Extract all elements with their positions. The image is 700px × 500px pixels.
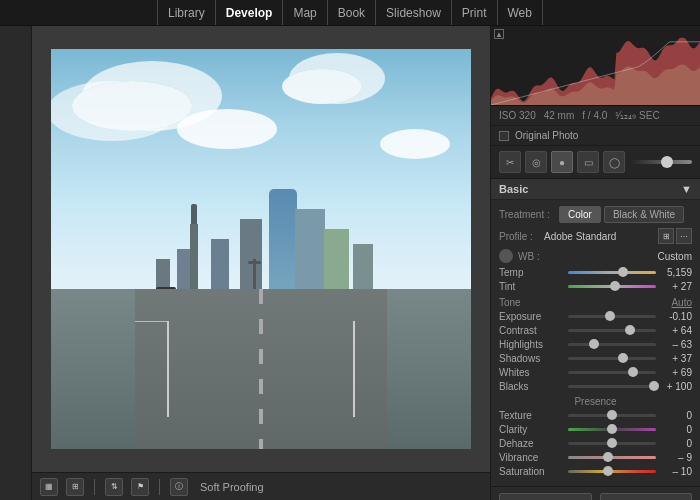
guardrail-left: [135, 321, 169, 417]
temp-label: Temp: [499, 267, 564, 278]
dehaze-slider-thumb[interactable]: [607, 438, 617, 448]
nav-slideshow[interactable]: Slideshow: [376, 0, 452, 25]
shutter-value: ¹⁄₁₂₄₉ SEC: [615, 110, 659, 121]
aperture-value: f / 4.0: [582, 110, 607, 121]
highlights-slider-row: Highlights – 63: [499, 339, 692, 350]
info-button[interactable]: ⓘ: [170, 478, 188, 496]
exposure-slider-row: Exposure -0.10: [499, 311, 692, 322]
heal-tool[interactable]: ◎: [525, 151, 547, 173]
wb-row: WB : Custom: [499, 249, 692, 263]
soft-proofing-label: Soft Proofing: [200, 481, 264, 493]
saturation-slider-track[interactable]: [568, 470, 656, 473]
whites-slider-track[interactable]: [568, 371, 656, 374]
histogram: ▲: [491, 26, 700, 106]
top-navigation: Library Develop Map Book Slideshow Print…: [0, 0, 700, 26]
blacks-value: + 100: [660, 381, 692, 392]
sort-button[interactable]: ⇅: [105, 478, 123, 496]
texture-slider-track[interactable]: [568, 414, 656, 417]
vibrance-slider-thumb[interactable]: [603, 452, 613, 462]
photo-canvas: [51, 49, 471, 449]
flag-button[interactable]: ⚑: [131, 478, 149, 496]
cloud-4: [380, 129, 450, 159]
crop-tool[interactable]: ✂: [499, 151, 521, 173]
nav-library[interactable]: Library: [157, 0, 216, 25]
tone-section-label: Tone Auto: [499, 297, 692, 308]
tool-slider-thumb: [661, 156, 673, 168]
nav-web[interactable]: Web: [498, 0, 543, 25]
blacks-slider-track[interactable]: [568, 385, 656, 388]
presence-section-label: Presence: [499, 396, 692, 407]
tone-label: Tone: [499, 297, 521, 308]
exposure-slider-thumb[interactable]: [605, 311, 615, 321]
color-treatment-button[interactable]: Color: [559, 206, 601, 223]
original-photo-toggle[interactable]: Original Photo: [491, 126, 700, 146]
treatment-row: Treatment : Color Black & White: [499, 206, 692, 223]
clarity-slider-thumb[interactable]: [607, 424, 617, 434]
saturation-value: – 10: [660, 466, 692, 477]
photo-area: [32, 26, 490, 472]
blacks-label: Blacks: [499, 381, 564, 392]
highlights-label: Highlights: [499, 339, 564, 350]
guardrail-right: [353, 321, 387, 417]
saturation-label: Saturation: [499, 466, 564, 477]
profile-label: Profile :: [499, 231, 544, 242]
exposure-slider-track[interactable]: [568, 315, 656, 318]
cloud-2: [282, 69, 362, 104]
tool-icons-row: ✂ ◎ ● ▭ ◯: [491, 146, 700, 179]
dehaze-slider-row: Dehaze 0: [499, 438, 692, 449]
nav-print[interactable]: Print: [452, 0, 498, 25]
nav-map[interactable]: Map: [283, 0, 327, 25]
wb-icon: [499, 249, 513, 263]
photo-container: [51, 49, 471, 449]
clarity-slider-track[interactable]: [568, 428, 656, 431]
temp-slider-row: Temp 5,159: [499, 267, 692, 278]
nav-develop[interactable]: Develop: [216, 0, 284, 25]
shadows-slider-thumb[interactable]: [618, 353, 628, 363]
temp-slider-thumb[interactable]: [618, 267, 628, 277]
dehaze-slider-track[interactable]: [568, 442, 656, 445]
profile-icon[interactable]: ⊞: [658, 228, 674, 244]
gradient-tool[interactable]: ▭: [577, 151, 599, 173]
temp-slider-track[interactable]: [568, 271, 656, 274]
highlights-slider-thumb[interactable]: [589, 339, 599, 349]
vibrance-value: – 9: [660, 452, 692, 463]
basic-section-label: Basic: [499, 183, 528, 195]
grid-view-button[interactable]: ▦: [40, 478, 58, 496]
clarity-slider-row: Clarity 0: [499, 424, 692, 435]
tint-value: + 27: [660, 281, 692, 292]
reset-button[interactable]: Reset: [600, 493, 693, 500]
exposure-label: Exposure: [499, 311, 564, 322]
contrast-slider-thumb[interactable]: [625, 325, 635, 335]
bw-treatment-button[interactable]: Black & White: [604, 206, 684, 223]
tower-top: [191, 204, 197, 224]
tint-slider-thumb[interactable]: [610, 281, 620, 291]
cloud-3: [177, 109, 277, 149]
tint-slider-track[interactable]: [568, 285, 656, 288]
saturation-slider-thumb[interactable]: [603, 466, 613, 476]
brush-tool[interactable]: ●: [551, 151, 573, 173]
nav-book[interactable]: Book: [328, 0, 376, 25]
whites-slider-thumb[interactable]: [628, 367, 638, 377]
loupe-view-button[interactable]: ⊞: [66, 478, 84, 496]
shadows-slider-track[interactable]: [568, 357, 656, 360]
original-photo-label: Original Photo: [515, 130, 578, 141]
tool-slider[interactable]: [629, 160, 692, 164]
texture-slider-thumb[interactable]: [607, 410, 617, 420]
center-panel: ▦ ⊞ ⇅ ⚑ ⓘ Soft Proofing: [32, 26, 490, 500]
highlights-value: – 63: [660, 339, 692, 350]
contrast-slider-row: Contrast + 64: [499, 325, 692, 336]
blacks-slider-thumb[interactable]: [649, 381, 659, 391]
radial-tool[interactable]: ◯: [603, 151, 625, 173]
panel-buttons: Previous Reset: [491, 487, 700, 500]
contrast-slider-track[interactable]: [568, 329, 656, 332]
auto-button[interactable]: Auto: [671, 297, 692, 308]
clarity-label: Clarity: [499, 424, 564, 435]
shadows-slider-row: Shadows + 37: [499, 353, 692, 364]
profile-icon-2[interactable]: ⋯: [676, 228, 692, 244]
basic-section-header[interactable]: Basic ▼: [491, 179, 700, 200]
whites-label: Whites: [499, 367, 564, 378]
highlights-slider-track[interactable]: [568, 343, 656, 346]
original-photo-checkbox[interactable]: [499, 131, 509, 141]
vibrance-slider-track[interactable]: [568, 456, 656, 459]
previous-button[interactable]: Previous: [499, 493, 592, 500]
